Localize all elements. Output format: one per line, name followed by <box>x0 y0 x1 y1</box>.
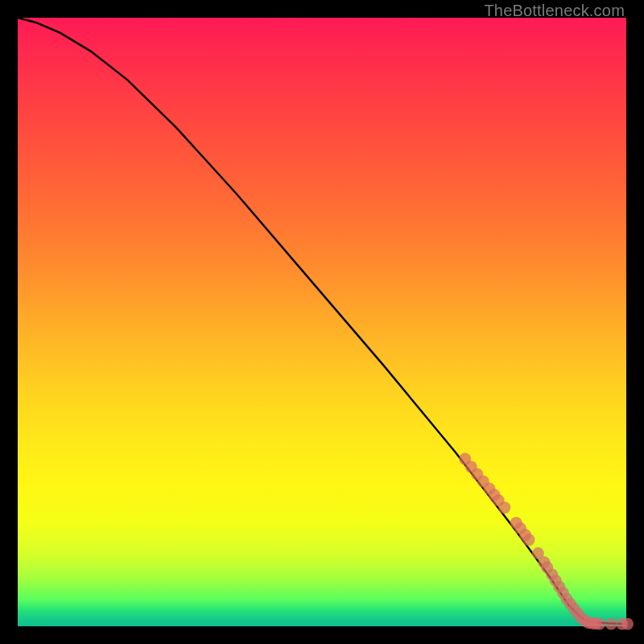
data-dot <box>605 618 617 630</box>
data-dot <box>498 502 510 514</box>
plot-area <box>18 18 626 626</box>
data-dots <box>459 453 634 630</box>
data-dot <box>523 534 535 546</box>
chart-stage: TheBottleneck.com <box>0 0 644 644</box>
chart-svg <box>18 18 626 626</box>
curve-line <box>18 18 626 624</box>
data-dot <box>593 618 605 630</box>
data-dot <box>621 618 634 630</box>
